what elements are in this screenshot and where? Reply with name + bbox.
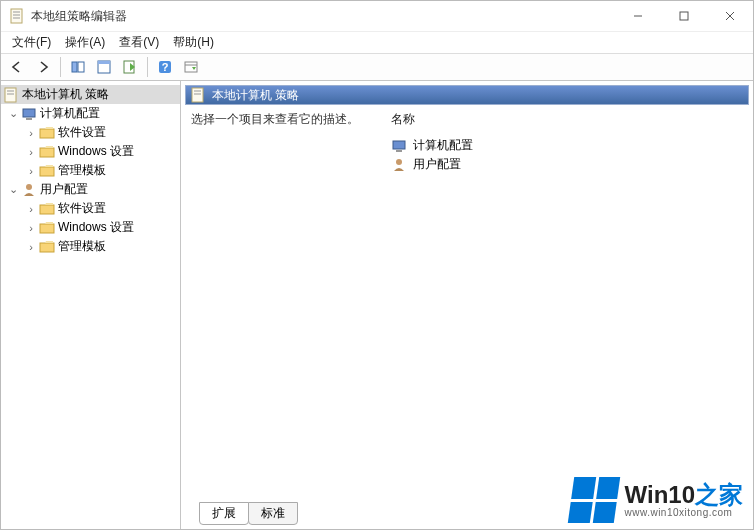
- windows-logo-icon: [567, 477, 619, 523]
- tree-root-label: 本地计算机 策略: [22, 86, 109, 103]
- svg-rect-26: [40, 167, 54, 176]
- filter-button[interactable]: [179, 55, 203, 79]
- chevron-right-icon[interactable]: ›: [25, 127, 37, 139]
- tree-computer-label: 计算机配置: [40, 105, 100, 122]
- chevron-down-icon[interactable]: ⌄: [7, 183, 19, 196]
- svg-text:?: ?: [162, 61, 169, 73]
- folder-icon: [39, 239, 55, 255]
- tab-standard[interactable]: 标准: [248, 502, 298, 525]
- close-button[interactable]: [707, 1, 753, 31]
- toolbar-separator: [147, 57, 148, 77]
- svg-point-40: [396, 159, 402, 165]
- chevron-down-icon[interactable]: ⌄: [7, 107, 19, 120]
- tree-user-windows[interactable]: › Windows 设置: [1, 218, 180, 237]
- folder-icon: [39, 220, 55, 236]
- menu-view[interactable]: 查看(V): [112, 32, 166, 53]
- svg-rect-24: [40, 148, 54, 157]
- tree-node-label: Windows 设置: [58, 143, 134, 160]
- list-item-label: 用户配置: [413, 156, 461, 173]
- window-controls: [615, 1, 753, 31]
- policy-icon: [190, 87, 206, 103]
- menu-help[interactable]: 帮助(H): [166, 32, 221, 53]
- svg-rect-5: [680, 12, 688, 20]
- menu-file[interactable]: 文件(F): [5, 32, 58, 53]
- list-item-computer[interactable]: 计算机配置: [391, 136, 743, 155]
- policy-icon: [3, 87, 19, 103]
- folder-icon: [39, 144, 55, 160]
- minimize-button[interactable]: [615, 1, 661, 31]
- svg-rect-31: [40, 224, 54, 233]
- tree-computer-software[interactable]: › 软件设置: [1, 123, 180, 142]
- svg-rect-21: [26, 118, 32, 120]
- watermark-brand: Win10之家: [625, 483, 743, 507]
- svg-rect-33: [40, 243, 54, 252]
- svg-rect-22: [40, 129, 54, 138]
- details-pane: 本地计算机 策略 选择一个项目来查看它的描述。 名称 计算机配置 用户配置 扩展…: [181, 81, 753, 529]
- app-icon: [9, 8, 25, 24]
- tree-root[interactable]: 本地计算机 策略: [1, 85, 180, 104]
- svg-rect-17: [5, 88, 16, 102]
- svg-rect-39: [396, 150, 402, 152]
- chevron-right-icon[interactable]: ›: [25, 203, 37, 215]
- tree-node-label: 管理模板: [58, 238, 106, 255]
- column-header-name[interactable]: 名称: [391, 111, 743, 128]
- tree-node-label: 管理模板: [58, 162, 106, 179]
- properties-button[interactable]: [92, 55, 116, 79]
- tree-node-label: 软件设置: [58, 200, 106, 217]
- svg-rect-20: [23, 109, 35, 117]
- tree-user-label: 用户配置: [40, 181, 88, 198]
- tree-computer-admin[interactable]: › 管理模板: [1, 161, 180, 180]
- svg-rect-29: [40, 205, 54, 214]
- help-button[interactable]: ?: [153, 55, 177, 79]
- user-icon: [21, 182, 37, 198]
- tree-computer-config[interactable]: ⌄ 计算机配置: [1, 104, 180, 123]
- tree-computer-windows[interactable]: › Windows 设置: [1, 142, 180, 161]
- export-button[interactable]: [118, 55, 142, 79]
- svg-rect-9: [78, 62, 84, 72]
- folder-icon: [39, 125, 55, 141]
- watermark: Win10之家 www.win10xitong.com: [571, 477, 743, 523]
- svg-point-28: [26, 184, 32, 190]
- svg-rect-35: [192, 88, 203, 102]
- toolbar: ?: [1, 53, 753, 81]
- chevron-right-icon[interactable]: ›: [25, 241, 37, 253]
- svg-rect-11: [98, 61, 110, 64]
- user-icon: [391, 157, 407, 173]
- details-header-title: 本地计算机 策略: [212, 87, 299, 104]
- description-column: 选择一个项目来查看它的描述。: [191, 111, 391, 503]
- tree-user-admin[interactable]: › 管理模板: [1, 237, 180, 256]
- menu-action[interactable]: 操作(A): [58, 32, 112, 53]
- computer-icon: [21, 106, 37, 122]
- list-column: 名称 计算机配置 用户配置: [391, 111, 743, 503]
- back-button[interactable]: [5, 55, 29, 79]
- list-item-label: 计算机配置: [413, 137, 473, 154]
- watermark-url: www.win10xitong.com: [625, 507, 743, 518]
- toolbar-separator: [60, 57, 61, 77]
- tab-extended[interactable]: 扩展: [199, 502, 249, 525]
- folder-icon: [39, 163, 55, 179]
- tree-user-config[interactable]: ⌄ 用户配置: [1, 180, 180, 199]
- computer-icon: [391, 138, 407, 154]
- description-text: 选择一个项目来查看它的描述。: [191, 112, 359, 126]
- details-header: 本地计算机 策略: [185, 85, 749, 105]
- tree-user-software[interactable]: › 软件设置: [1, 199, 180, 218]
- titlebar: 本地组策略编辑器: [1, 1, 753, 31]
- chevron-right-icon[interactable]: ›: [25, 222, 37, 234]
- folder-icon: [39, 201, 55, 217]
- list-item-user[interactable]: 用户配置: [391, 155, 743, 174]
- svg-rect-38: [393, 141, 405, 149]
- show-tree-button[interactable]: [66, 55, 90, 79]
- content-area: 选择一个项目来查看它的描述。 名称 计算机配置 用户配置: [181, 111, 753, 503]
- tree-node-label: 软件设置: [58, 124, 106, 141]
- tree-pane[interactable]: 本地计算机 策略 ⌄ 计算机配置 › 软件设置 › Windows 设置 › 管…: [1, 81, 181, 529]
- menubar: 文件(F) 操作(A) 查看(V) 帮助(H): [1, 31, 753, 53]
- svg-rect-8: [72, 62, 77, 72]
- chevron-right-icon[interactable]: ›: [25, 165, 37, 177]
- main-area: 本地计算机 策略 ⌄ 计算机配置 › 软件设置 › Windows 设置 › 管…: [1, 81, 753, 529]
- forward-button[interactable]: [31, 55, 55, 79]
- chevron-right-icon[interactable]: ›: [25, 146, 37, 158]
- svg-rect-0: [11, 9, 22, 23]
- window-title: 本地组策略编辑器: [31, 8, 127, 25]
- tree-node-label: Windows 设置: [58, 219, 134, 236]
- maximize-button[interactable]: [661, 1, 707, 31]
